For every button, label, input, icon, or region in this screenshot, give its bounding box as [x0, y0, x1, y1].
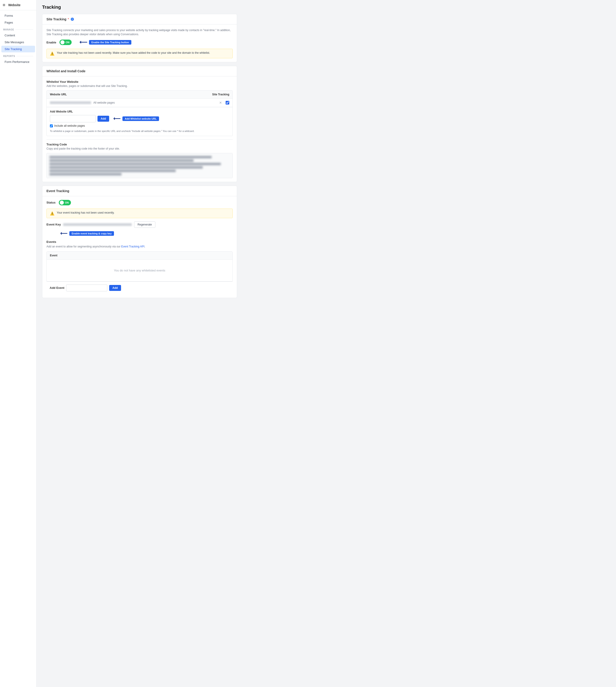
- event-tracking-api-link[interactable]: Event Tracking API: [121, 245, 145, 248]
- sidebar-section-reports: REPORTS: [0, 53, 36, 58]
- status-label: Status: [46, 201, 56, 204]
- code-line-3: [49, 163, 221, 165]
- add-url-row: Add ⟵ Add Whitelist website URL: [50, 115, 229, 122]
- add-event-button[interactable]: Add: [109, 285, 121, 291]
- add-event-row: Add Event Add: [46, 281, 233, 294]
- add-url-arrow: ⟵: [113, 116, 120, 122]
- event-tracking-card: Event Tracking Status ON ⚠️ Your event t…: [42, 186, 237, 298]
- site-tracking-card-header: Site Tracking * i: [42, 14, 237, 24]
- url-blurred: [50, 101, 91, 104]
- tracking-code-block[interactable]: [46, 153, 233, 178]
- sidebar-item-content[interactable]: Content: [1, 32, 35, 39]
- enable-row: Enable ON ⟵ Enable the Site Tracking but…: [46, 39, 233, 46]
- sidebar-header: ⊞ Website: [0, 0, 36, 10]
- info-badge: i: [71, 18, 74, 21]
- event-key-arrow: ⟵: [60, 231, 67, 236]
- code-line-5: [49, 170, 176, 172]
- add-url-section-title: Add Website URL: [50, 110, 229, 113]
- sidebar-nav: Forms Pages MANAGE Content Site Messages…: [0, 10, 36, 67]
- regenerate-button[interactable]: Regenerate: [134, 221, 155, 228]
- site-tracking-card: Site Tracking * i Site Tracking connects…: [42, 14, 237, 62]
- event-warning-text: Your event tracking has not been used re…: [57, 211, 114, 214]
- url-tracking-checkbox[interactable]: [226, 101, 229, 105]
- annotation-label-event-key: Enable event tracking & copy key: [69, 231, 114, 236]
- whitelist-card-header: Whitelist and Install Code: [42, 66, 237, 76]
- code-line-4: [49, 166, 203, 168]
- events-label: Events: [46, 240, 233, 244]
- sidebar-item-forms[interactable]: Forms: [1, 13, 35, 19]
- sidebar-item-site-tracking[interactable]: Site Tracking: [1, 46, 35, 52]
- events-section: Events Add an event to allow for segment…: [46, 240, 233, 294]
- annotation-container: ⟵ Enable the Site Tracking button: [80, 39, 131, 46]
- tracking-code-section: Tracking Code Copy and paste the trackin…: [46, 139, 233, 178]
- warning-text: Your site tracking has not been used rec…: [57, 51, 210, 54]
- whitelist-card: Whitelist and Install Code Whitelist You…: [42, 66, 237, 182]
- all-pages-label: All website pages: [93, 101, 216, 104]
- sidebar-item-pages[interactable]: Pages: [1, 19, 35, 26]
- event-key-row: Event Key Regenerate: [46, 221, 233, 228]
- site-tracking-info: Site Tracking connects your marketing an…: [46, 28, 233, 36]
- whitelist-table-header: Website URL Site Tracking: [47, 91, 233, 98]
- site-tracking-body: Site Tracking connects your marketing an…: [42, 24, 237, 62]
- events-info-suffix: .: [145, 245, 145, 248]
- events-info-prefix: Add an event to allow for segmenting asy…: [46, 245, 121, 248]
- event-tracking-card-header: Event Tracking: [42, 186, 237, 196]
- enable-label: Enable: [46, 41, 56, 44]
- table-row: All website pages ✕: [47, 98, 233, 107]
- empty-events-text: You do not have any whitelisted events: [47, 259, 233, 281]
- event-tracking-toggle[interactable]: ON: [59, 200, 71, 205]
- whitelist-body: Whitelist Your Website Add the websites,…: [42, 76, 237, 182]
- toggle-circle: [60, 40, 65, 44]
- annotation-label-add-url: Add Whitelist website URL: [123, 116, 159, 121]
- add-url-button[interactable]: Add: [97, 116, 109, 122]
- sidebar: ⊞ Website Forms Pages MANAGE Content Sit…: [0, 0, 37, 687]
- add-event-label: Add Event: [50, 286, 64, 290]
- website-icon: ⊞: [3, 3, 6, 7]
- events-info: Add an event to allow for segmenting asy…: [46, 245, 233, 249]
- whitelist-section-title: Whitelist Your Website: [46, 80, 233, 84]
- sidebar-item-form-performance[interactable]: Form Performance: [1, 59, 35, 65]
- page-title: Tracking: [42, 5, 237, 10]
- code-line-1: [49, 156, 212, 158]
- main-content: Tracking Site Tracking * i Site Tracking…: [37, 0, 616, 687]
- event-col-header: Event: [50, 254, 58, 257]
- add-event-input[interactable]: [66, 284, 107, 291]
- add-url-section: Add Website URL Add ⟵ Add Whitelist webs…: [47, 107, 233, 136]
- event-key-annotation: ⟵ Enable event tracking & copy key: [60, 231, 233, 236]
- event-tracking-title: Event Tracking: [46, 189, 69, 193]
- annotation-label-enable: Enable the Site Tracking button: [89, 40, 131, 45]
- code-line-6: [49, 173, 122, 176]
- include-all-checkbox[interactable]: [50, 124, 53, 128]
- remove-url-button[interactable]: ✕: [218, 100, 223, 105]
- event-warning-icon: ⚠️: [50, 211, 54, 216]
- event-toggle-circle: [60, 201, 64, 205]
- whitelist-section-subtitle: Add the websites, pages or subdomains th…: [46, 84, 233, 88]
- event-warning: ⚠️ Your event tracking has not been used…: [46, 209, 233, 218]
- sidebar-title: Website: [8, 3, 20, 7]
- code-content: [49, 156, 230, 176]
- toggle-text: ON: [66, 41, 70, 44]
- status-row: Status ON: [46, 200, 233, 205]
- tracking-code-subtitle: Copy and paste the tracking code into th…: [46, 147, 233, 150]
- whitelist-table: Website URL Site Tracking All website pa…: [46, 90, 233, 136]
- site-tracking-warning: ⚠️ Your site tracking has not been used …: [46, 49, 233, 58]
- col-tracking-header: Site Tracking: [212, 93, 229, 96]
- event-table: Event You do not have any whitelisted ev…: [46, 251, 233, 281]
- asterisk-badge: *: [68, 18, 69, 21]
- whitelist-hint: To whitelist a page or subdomain, paste …: [50, 129, 229, 133]
- site-tracking-title: Site Tracking: [46, 17, 66, 21]
- add-url-annotation: ⟵ Add Whitelist website URL: [113, 116, 159, 122]
- add-url-input[interactable]: [50, 115, 96, 122]
- col-url-header: Website URL: [50, 93, 67, 96]
- include-all-label: Include all website pages: [54, 124, 85, 128]
- sidebar-item-site-messages[interactable]: Site Messages: [1, 39, 35, 46]
- tracking-code-title: Tracking Code: [46, 143, 233, 146]
- event-key-label: Event Key: [46, 223, 61, 226]
- site-tracking-toggle[interactable]: ON: [60, 40, 72, 45]
- annotation-arrow-left: ⟵: [80, 39, 87, 46]
- whitelist-title: Whitelist and Install Code: [46, 69, 85, 73]
- event-tracking-body: Status ON ⚠️ Your event tracking has not…: [42, 196, 237, 298]
- event-table-header: Event: [47, 252, 233, 259]
- sidebar-section-manage: MANAGE: [0, 26, 36, 32]
- event-toggle-text: ON: [65, 201, 69, 204]
